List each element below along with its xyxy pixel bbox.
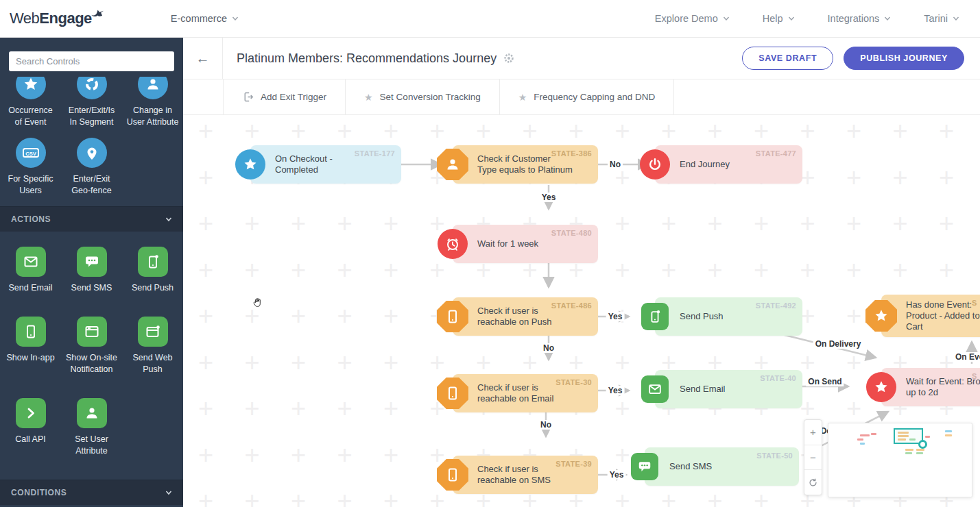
action-send-web-push[interactable]: Send Web Push — [122, 317, 183, 388]
node-on-checkout-completed[interactable]: STATE-177 On Checkout - Completed — [250, 145, 401, 184]
chevron-down-icon — [165, 489, 172, 496]
menu-user-account[interactable]: Tarini — [924, 13, 959, 24]
action-send-email[interactable]: Send Email — [0, 247, 61, 307]
browser-icon — [77, 317, 107, 347]
project-selector[interactable]: E-commerce — [171, 13, 239, 24]
action-show-in-app[interactable]: Show In-app — [0, 317, 61, 388]
clock-icon — [438, 229, 468, 259]
node-send-email[interactable]: STATE-40 Send Email — [655, 370, 802, 408]
zoom-out-button[interactable]: − — [804, 445, 822, 471]
geo-pin-icon — [77, 138, 107, 168]
frequency-capping-dnd-button[interactable]: ★ Frequency Capping and DND — [500, 79, 675, 114]
edge-label-no: No — [538, 420, 553, 430]
top-navbar: WebEngage E-commerce Explore Demo Help I… — [0, 0, 980, 38]
node-check-reachable-sms[interactable]: STATE-39 Check if user is reachable on S… — [453, 456, 598, 494]
minimap[interactable] — [828, 423, 972, 497]
action-set-user-attribute[interactable]: Set User Attribute — [61, 398, 122, 470]
minimap-node — [916, 449, 924, 451]
edge-label-on-event: On Event — [953, 352, 980, 362]
action-call-api[interactable]: Call API — [0, 398, 61, 470]
save-draft-button[interactable]: SAVE DRAFT — [742, 47, 833, 70]
chevron-down-icon — [232, 15, 239, 22]
phone-icon — [437, 459, 468, 491]
node-end-journey[interactable]: STATE-477 End Journey — [655, 145, 802, 184]
trigger-enter-exit-segment[interactable]: Enter/Exit/Is In Segment — [61, 77, 122, 128]
node-check-reachable-push[interactable]: STATE-486 Check if user is reachable on … — [453, 297, 598, 336]
action-send-push[interactable]: Send Push — [122, 247, 183, 307]
menu-integrations[interactable]: Integrations — [828, 13, 892, 24]
minimap-node — [905, 449, 913, 451]
envelope-icon — [16, 247, 46, 277]
edge-label-on-delivery: On Delivery — [813, 339, 863, 349]
back-arrow-icon: ← — [196, 51, 210, 66]
minimap-node — [945, 430, 952, 432]
minimap-node — [905, 452, 912, 454]
node-has-done-event-add-to-cart[interactable]: S Has done Event: Product - Added to Car… — [881, 295, 980, 337]
state-badge: STATE-492 — [756, 301, 796, 310]
reset-zoom-icon — [809, 478, 817, 487]
state-badge: STATE-39 — [555, 460, 592, 468]
node-wait-for-event-browse[interactable]: S Wait for Event: Browse up to 2d — [881, 368, 980, 406]
state-badge: STATE-40 — [760, 374, 796, 382]
state-badge: STATE-50 — [756, 452, 793, 460]
menu-explore-demo[interactable]: Explore Demo — [655, 13, 730, 24]
minimap-node — [916, 452, 923, 454]
star-icon — [866, 372, 896, 402]
chevron-down-icon — [884, 15, 891, 22]
minimap-node — [871, 433, 876, 435]
user-icon — [138, 77, 168, 99]
node-send-sms[interactable]: STATE-50 Send SMS — [645, 447, 799, 486]
set-conversion-tracking-button[interactable]: ★ Set Conversion Tracking — [346, 79, 500, 114]
trigger-for-specific-users[interactable]: CSV For Specific Users — [0, 138, 61, 197]
minimap-viewport-handle[interactable] — [918, 440, 927, 449]
edge-label-no: No — [608, 160, 623, 169]
journey-canvas[interactable]: ++++++++++++++++++++++++++++++++++++++++… — [183, 115, 980, 507]
phone-notification-icon — [138, 247, 168, 277]
phone-notification-icon — [641, 303, 669, 330]
journey-toolbar: Add Exit Trigger ★ Set Conversion Tracki… — [183, 79, 980, 115]
trigger-change-user-attribute[interactable]: Change in User Attribute — [122, 77, 183, 128]
node-check-reachable-email[interactable]: STATE-30 Check if user is reachable on E… — [453, 374, 598, 412]
add-exit-trigger-button[interactable]: Add Exit Trigger — [223, 79, 346, 114]
exit-door-icon — [242, 91, 254, 103]
section-header-conditions[interactable]: CONDITIONS — [0, 480, 183, 505]
phone-icon — [437, 378, 468, 409]
action-send-sms[interactable]: Send SMS — [61, 247, 122, 307]
phone-icon — [16, 317, 46, 347]
node-check-customer-type[interactable]: STATE-386 Check if Customer Type equals … — [453, 145, 598, 184]
webengage-app: WebEngage E-commerce Explore Demo Help I… — [0, 0, 980, 507]
trigger-enter-exit-geofence[interactable]: Enter/Exit Geo-fence — [61, 138, 122, 197]
journey-main-pane: ← Platinum Members: Recommendations Jour… — [183, 38, 980, 507]
power-icon — [640, 149, 670, 180]
menu-help[interactable]: Help — [763, 13, 795, 24]
trigger-occurrence-of-event[interactable]: Occurrence of Event — [0, 77, 61, 128]
chevron-down-icon — [723, 15, 730, 22]
logo-text-engage: Engage — [39, 10, 91, 27]
minimap-node — [925, 436, 930, 438]
edge-label-on-send: On Send — [806, 377, 844, 386]
node-wait-1-week[interactable]: STATE-480 Wait for 1 week — [453, 225, 598, 263]
journey-header: ← Platinum Members: Recommendations Jour… — [183, 38, 980, 79]
back-button[interactable]: ← — [183, 38, 223, 79]
zoom-reset-button[interactable] — [804, 470, 822, 495]
minimap-node — [857, 438, 863, 441]
cursor-hand-icon — [252, 297, 264, 312]
chat-bubble-icon — [77, 247, 107, 277]
section-header-actions[interactable]: ACTIONS — [0, 206, 183, 232]
publish-journey-button[interactable]: PUBLISH JOURNEY — [844, 47, 964, 70]
minimap-node — [945, 434, 952, 436]
journey-title: Platinum Members: Recommendations Journe… — [237, 51, 497, 66]
envelope-icon — [641, 375, 669, 403]
state-badge: STATE-477 — [756, 149, 796, 158]
search-controls-input[interactable] — [9, 51, 174, 71]
zoom-in-button[interactable]: + — [804, 420, 822, 445]
gear-icon[interactable] — [503, 53, 514, 64]
webengage-logo[interactable]: WebEngage — [10, 10, 106, 27]
state-badge: STATE-486 — [551, 301, 592, 310]
chat-bubble-icon — [631, 453, 658, 480]
edge-label-yes: Yes — [606, 386, 625, 395]
action-show-onsite-notification[interactable]: Show On-site Notification — [61, 317, 122, 388]
state-badge: STATE-480 — [551, 229, 592, 237]
node-send-push[interactable]: STATE-492 Send Push — [655, 297, 802, 336]
phone-icon — [437, 301, 468, 332]
